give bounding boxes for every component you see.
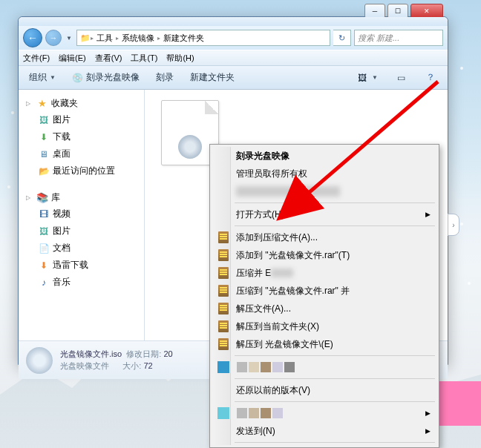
rar-icon	[217, 320, 230, 333]
ctx-blurred-app-item-2[interactable]: ▶	[212, 404, 436, 422]
view-mode-button[interactable]: 🖼▼	[351, 70, 382, 86]
ctx-extract-files[interactable]: 解压文件(A)...	[212, 300, 436, 317]
toolbar: 组织▼ 💿刻录光盘映像 刻录 新建文件夹 🖼▼ ▭ ？	[19, 66, 448, 90]
details-mod-value: 20	[163, 349, 172, 358]
separator	[235, 225, 435, 226]
details-mod-label: 修改日期:	[126, 349, 161, 358]
minimize-button[interactable]: ─	[364, 4, 385, 19]
path-seg[interactable]: 工具	[94, 33, 116, 44]
chevron-right-icon: ▶	[425, 211, 431, 218]
xunlei-icon: ⬇	[38, 260, 50, 271]
rar-icon	[217, 266, 230, 280]
app-icon	[217, 407, 229, 419]
rar-icon	[217, 284, 230, 297]
sidebar-item-pictures-lib[interactable]: 🖼图片	[22, 223, 141, 240]
sidebar-favorites[interactable]: ▷★收藏夹	[22, 96, 141, 111]
menu-tools[interactable]: 工具(T)	[131, 53, 157, 64]
close-button[interactable]: ✕	[410, 4, 443, 19]
ctx-add-to-archive[interactable]: 添加到压缩文件(A)...	[212, 228, 436, 246]
back-button[interactable]: ←	[23, 28, 42, 47]
download-icon: ⬇	[38, 131, 50, 143]
desktop-icon: 🖥	[38, 148, 50, 160]
pane-icon: ▭	[394, 71, 408, 85]
separator	[235, 378, 435, 379]
burn-image-button[interactable]: 💿刻录光盘映像	[68, 70, 144, 85]
library-icon: 📚	[36, 192, 48, 204]
path-seg[interactable]: 系统镜像	[119, 33, 157, 44]
ctx-open-with[interactable]: 打开方式(H)▶	[212, 205, 436, 223]
rar-icon	[217, 337, 230, 351]
ctx-admin-ownership[interactable]: 管理员取得所有权	[212, 165, 436, 182]
menu-view[interactable]: 查看(V)	[95, 53, 122, 64]
video-icon: 🎞	[38, 208, 50, 220]
forward-button[interactable]: →	[45, 30, 62, 46]
document-icon: 📄	[38, 243, 50, 254]
search-placeholder: 搜索 新建...	[358, 33, 399, 44]
sidebar-item-music[interactable]: ♪音乐	[22, 274, 141, 291]
thumbnails-icon: 🖼	[356, 71, 369, 85]
expand-panel-button[interactable]: ›	[448, 214, 459, 236]
menu-bar: 文件(F) 编辑(E) 查看(V) 工具(T) 帮助(H)	[19, 50, 448, 66]
sidebar-item-pictures[interactable]: 🖼图片	[22, 111, 141, 128]
address-bar[interactable]: 📁 ▸ 工具 ▸ 系统镜像 ▸ 新建文件夹	[76, 30, 330, 46]
separator	[235, 355, 435, 356]
ctx-add-to-named-rar[interactable]: 添加到 "光盘镜像文件.rar"(T)	[212, 246, 436, 264]
burn-button[interactable]: 刻录	[151, 70, 178, 85]
help-icon: ？	[424, 71, 437, 85]
separator	[235, 442, 435, 443]
ctx-extract-to-folder[interactable]: 解压到 光盘镜像文件\(E)	[212, 335, 436, 353]
chevron-right-icon: ▶	[425, 427, 431, 435]
music-icon: ♪	[38, 277, 50, 289]
ctx-blurred-item[interactable]	[212, 182, 436, 200]
separator	[235, 202, 435, 203]
search-input[interactable]: 搜索 新建...	[354, 30, 443, 46]
details-size-value: 72	[143, 361, 152, 370]
menu-file[interactable]: 文件(F)	[23, 53, 50, 64]
sidebar-item-videos[interactable]: 🎞视频	[22, 205, 141, 223]
sidebar-item-recent[interactable]: 📂最近访问的位置	[22, 162, 141, 179]
refresh-button[interactable]: ↻	[333, 30, 351, 46]
details-filename: 光盘镜像文件.iso	[60, 349, 122, 358]
title-bar[interactable]	[19, 17, 448, 26]
chevron-right-icon: ▶	[425, 409, 431, 417]
chevron-right-icon: ▷	[26, 194, 33, 201]
disc-icon: 💿	[72, 73, 83, 83]
rar-icon	[217, 302, 230, 315]
path-seg[interactable]: 新建文件夹	[160, 33, 207, 44]
chevron-down-icon: ▼	[372, 74, 378, 81]
ctx-burn-disc-image[interactable]: 刻录光盘映像	[212, 147, 436, 165]
nav-history-dropdown[interactable]: ▼	[65, 30, 73, 45]
picture-icon: 🖼	[38, 114, 50, 126]
sidebar-item-desktop[interactable]: 🖥桌面	[22, 145, 141, 162]
separator	[235, 401, 435, 402]
disc-icon	[26, 347, 53, 374]
details-size-label: 大小:	[122, 361, 141, 370]
sidebar-item-xunlei[interactable]: ⬇迅雷下载	[22, 257, 141, 274]
folder-icon: 📁	[80, 33, 91, 43]
nav-row: ← → ▼ 📁 ▸ 工具 ▸ 系统镜像 ▸ 新建文件夹 ↻ 搜索 新建...	[19, 26, 448, 50]
ctx-compress-email[interactable]: 压缩并 E	[212, 264, 436, 282]
sidebar-item-downloads[interactable]: ⬇下载	[22, 128, 141, 145]
new-folder-button[interactable]: 新建文件夹	[186, 70, 239, 85]
preview-pane-button[interactable]: ▭	[390, 70, 412, 86]
recent-icon: 📂	[38, 165, 50, 177]
details-type: 光盘映像文件	[60, 361, 109, 370]
menu-help[interactable]: 帮助(H)	[166, 53, 194, 64]
star-icon: ★	[36, 98, 48, 110]
chevron-down-icon: ▼	[50, 74, 56, 81]
ctx-restore-previous[interactable]: 还原以前的版本(V)	[212, 381, 436, 399]
sidebar: ▷★收藏夹 🖼图片 ⬇下载 🖥桌面 📂最近访问的位置 ▷📚库 🎞视频 🖼图片 📄…	[19, 90, 145, 340]
picture-icon: 🖼	[38, 225, 50, 237]
maximize-button[interactable]: ☐	[387, 4, 408, 19]
ctx-blurred-app-item[interactable]	[212, 358, 436, 376]
ctx-compress-to-and[interactable]: 压缩到 "光盘镜像文件.rar" 并	[212, 282, 436, 300]
ctx-extract-here[interactable]: 解压到当前文件夹(X)	[212, 317, 436, 335]
ctx-send-to[interactable]: 发送到(N)▶	[212, 422, 436, 440]
sidebar-libraries[interactable]: ▷📚库	[22, 190, 141, 205]
help-button[interactable]: ？	[419, 70, 442, 86]
sidebar-item-documents[interactable]: 📄文档	[22, 240, 141, 257]
context-menu: 刻录光盘映像 管理员取得所有权 打开方式(H)▶ 添加到压缩文件(A)... 添…	[209, 144, 439, 448]
organize-button[interactable]: 组织▼	[24, 70, 60, 85]
rar-icon	[217, 248, 230, 262]
menu-edit[interactable]: 编辑(E)	[59, 53, 86, 64]
